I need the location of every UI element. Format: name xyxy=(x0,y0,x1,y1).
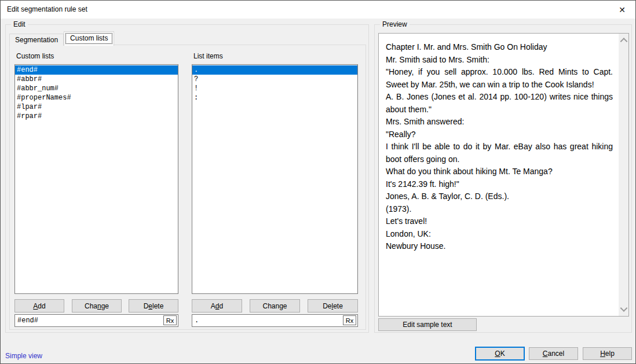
custom-lists-change-button[interactable]: Change xyxy=(72,299,122,312)
title-bar: Edit segmentation rule set ✕ xyxy=(1,1,635,19)
edit-sample-text-button[interactable]: Edit sample text xyxy=(378,318,477,331)
list-items-add-button[interactable]: Add xyxy=(192,299,242,312)
custom-lists-listbox[interactable]: #end##abbr##abbr_num##properNames##lpar#… xyxy=(14,64,178,294)
preview-paragraph: Chapter I. Mr. and Mrs. Smith Go On Holi… xyxy=(386,41,613,54)
preview-group-label: Preview xyxy=(380,20,410,28)
scroll-down-icon[interactable] xyxy=(620,304,627,312)
preview-group: Preview Chapter I. Mr. and Mrs. Smith Go… xyxy=(374,24,632,333)
custom-list-name-value: #end# xyxy=(17,316,38,325)
preview-pane: Chapter I. Mr. and Mrs. Smith Go On Holi… xyxy=(378,33,629,317)
close-icon[interactable]: ✕ xyxy=(609,1,635,19)
list-items-delete-button[interactable]: Delete xyxy=(308,299,358,312)
list-items-label: List items xyxy=(193,52,223,60)
preview-paragraph: It's 2142.39 ft. high!" xyxy=(386,178,613,191)
preview-paragraph: A. B. Jones (Jones et al. 2014 pp. 100-1… xyxy=(386,91,613,116)
edit-group: Edit Segmentation Custom lists Custom li… xyxy=(5,24,369,333)
preview-paragraph: What do you think about hiking Mt. Te Ma… xyxy=(386,166,613,178)
dialog-title: Edit segmentation rule set xyxy=(7,5,87,13)
simple-view-link[interactable]: Simple view xyxy=(5,352,42,360)
list-items-listbox[interactable]: .?!: xyxy=(192,64,358,294)
list-item-entry[interactable]: . xyxy=(192,65,357,75)
edit-segmentation-rule-set-dialog: Edit segmentation rule set ✕ Edit Segmen… xyxy=(0,0,636,364)
preview-paragraph: (1973). xyxy=(386,203,613,216)
list-item-entry[interactable]: ! xyxy=(192,84,357,93)
ok-button[interactable]: OK xyxy=(475,347,525,361)
custom-list-item[interactable]: #properNames# xyxy=(15,93,178,102)
preview-paragraph: "Honey, if you sell approx. 10.000 lbs. … xyxy=(386,66,613,91)
custom-list-item[interactable]: #abbr_num# xyxy=(15,84,178,93)
scroll-up-icon[interactable] xyxy=(620,38,627,45)
tab-strip: Segmentation Custom lists xyxy=(9,31,114,46)
preview-scrollbar[interactable] xyxy=(619,34,628,316)
edit-group-label: Edit xyxy=(11,20,28,28)
preview-paragraph: Newbury House. xyxy=(386,240,613,253)
custom-lists-add-button[interactable]: Add xyxy=(14,299,64,312)
list-item-regex-button[interactable]: Rx xyxy=(343,315,356,325)
cancel-button[interactable]: Cancel xyxy=(529,347,578,360)
preview-paragraph: London, UK: xyxy=(386,228,613,241)
list-item-entry[interactable]: : xyxy=(192,93,357,102)
preview-paragraph: Mrs. Smith answered: xyxy=(386,116,613,128)
list-items-change-button[interactable]: Change xyxy=(250,299,300,312)
custom-lists-delete-button[interactable]: Delete xyxy=(129,299,178,312)
custom-lists-tab-panel: Custom lists List items #end##abbr##abbr… xyxy=(9,45,366,330)
custom-list-name-input[interactable]: #end# Rx xyxy=(14,314,178,327)
custom-list-item[interactable]: #abbr# xyxy=(15,75,178,84)
preview-paragraph: I think I'll be able to do it by Mar. eB… xyxy=(386,141,613,166)
preview-paragraph: Let's travel! xyxy=(386,215,613,228)
preview-text: Chapter I. Mr. and Mrs. Smith Go On Holi… xyxy=(379,34,619,316)
preview-paragraph: Mr. Smith said to Mrs. Smith: xyxy=(386,54,613,67)
list-item-entry[interactable]: ? xyxy=(192,75,357,84)
custom-lists-label: Custom lists xyxy=(16,52,54,60)
preview-paragraph: "Really? xyxy=(386,128,613,141)
custom-list-item[interactable]: #lpar# xyxy=(15,102,178,112)
list-item-input[interactable]: . Rx xyxy=(192,314,358,327)
tab-segmentation[interactable]: Segmentation xyxy=(9,34,64,46)
custom-list-item[interactable]: #rpar# xyxy=(15,112,178,121)
preview-paragraph: Jones, A. B. & Taylor, C. D. (Eds.). xyxy=(386,190,613,203)
tab-custom-lists[interactable]: Custom lists xyxy=(64,31,114,46)
custom-list-item[interactable]: #end# xyxy=(15,65,178,75)
custom-list-regex-button[interactable]: Rx xyxy=(163,315,177,325)
list-item-value: . xyxy=(195,316,199,325)
help-button[interactable]: Help xyxy=(583,347,632,360)
